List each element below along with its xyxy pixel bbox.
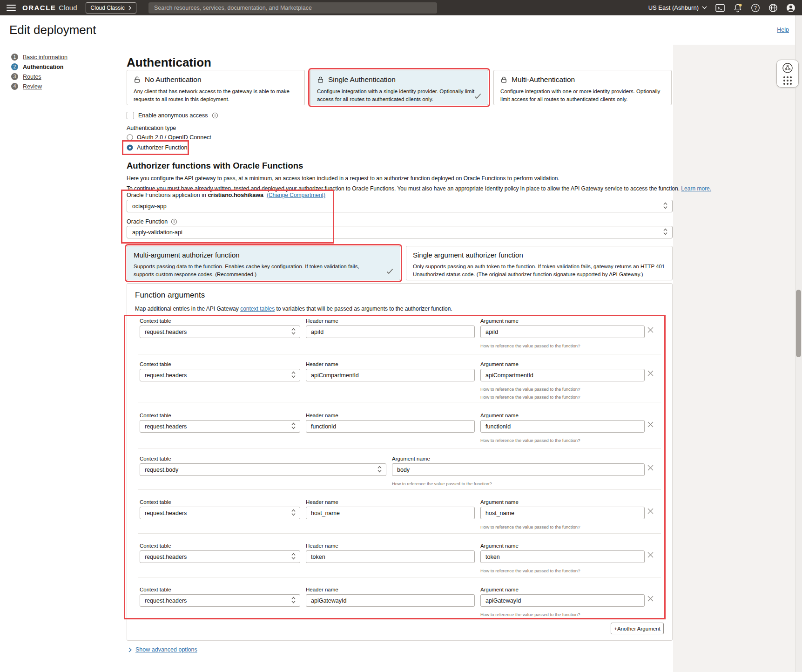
anonymous-access-checkbox[interactable] bbox=[127, 112, 134, 119]
header-name-input[interactable] bbox=[306, 550, 475, 563]
context-table-select[interactable]: request.headers bbox=[140, 369, 300, 381]
oracle-cloud-logo: ORACLE Cloud bbox=[22, 4, 77, 12]
context-table-select[interactable]: request.headers bbox=[140, 507, 300, 519]
argument-name-input[interactable] bbox=[480, 369, 645, 381]
argument-helper-text: How to reference the value passed to the… bbox=[480, 438, 580, 443]
user-avatar-icon[interactable] bbox=[786, 3, 795, 13]
context-table-select[interactable]: request.headers bbox=[140, 594, 300, 607]
card-multi-authentication[interactable]: Multi-Authentication Configure integrati… bbox=[493, 70, 672, 105]
step-circle: 4 bbox=[11, 83, 18, 90]
context-table-label: Context table bbox=[140, 499, 171, 505]
page-title: Edit deployment bbox=[9, 23, 96, 37]
stepper-link-review[interactable]: Review bbox=[23, 83, 42, 90]
stepper-link-basic-information[interactable]: Basic information bbox=[23, 54, 67, 61]
header-name-label: Header name bbox=[306, 413, 338, 418]
info-icon[interactable] bbox=[212, 112, 218, 119]
remove-argument-button[interactable] bbox=[646, 551, 654, 560]
unlock-icon bbox=[134, 76, 141, 83]
remove-argument-button[interactable] bbox=[646, 370, 654, 378]
header-name-input[interactable] bbox=[306, 326, 475, 338]
row-divider bbox=[138, 489, 661, 490]
step-circle: 2 bbox=[11, 63, 18, 70]
authorizer-paragraph-2: To continue you must have already writte… bbox=[127, 185, 711, 192]
header-name-input[interactable] bbox=[306, 420, 475, 433]
step-circle: 1 bbox=[11, 54, 18, 61]
context-table-select[interactable]: request.headers bbox=[140, 326, 300, 338]
argument-name-input[interactable] bbox=[480, 326, 645, 338]
authorizer-paragraph-1: Here you configure the API gateway to pa… bbox=[127, 175, 559, 182]
compartment-name: cristiano.hoshikawa bbox=[208, 192, 263, 198]
select-value: request.headers bbox=[145, 597, 187, 604]
card-description: Any client that has network access to th… bbox=[134, 88, 298, 103]
info-icon[interactable] bbox=[171, 218, 177, 225]
select-value: request.headers bbox=[145, 510, 187, 516]
radio-label: OAuth 2.0 / OpenID Connect bbox=[137, 134, 211, 141]
context-table-select[interactable]: request.body bbox=[140, 463, 386, 476]
language-globe-icon[interactable] bbox=[768, 3, 778, 13]
help-link[interactable]: Help bbox=[777, 27, 789, 33]
context-tables-link[interactable]: context tables bbox=[240, 305, 275, 312]
region-selector[interactable]: US East (Ashburn) bbox=[648, 4, 707, 11]
remove-argument-button[interactable] bbox=[646, 508, 654, 516]
notifications-bell-icon[interactable] bbox=[733, 3, 742, 13]
header-name-input[interactable] bbox=[306, 369, 475, 381]
authentication-cards: No Authentication Any client that has ne… bbox=[127, 70, 672, 105]
learn-more-link[interactable]: Learn more. bbox=[681, 185, 711, 192]
context-table-select[interactable]: request.headers bbox=[140, 420, 300, 433]
argument-name-input[interactable] bbox=[480, 507, 645, 519]
cloud-shell-icon[interactable] bbox=[715, 3, 725, 13]
add-another-argument-button[interactable]: +Another Argument bbox=[611, 623, 664, 634]
card-single-authentication[interactable]: Single Authentication Configure integrat… bbox=[310, 70, 488, 105]
change-compartment-link[interactable]: (Change Compartment) bbox=[267, 192, 325, 198]
global-search-input[interactable] bbox=[148, 2, 437, 14]
argument-helper-text: How to reference the value passed to the… bbox=[480, 343, 580, 348]
wizard-stepper: 1 Basic information 2 Authentication 3 R… bbox=[11, 52, 67, 91]
argument-name-input[interactable] bbox=[480, 550, 645, 563]
remove-argument-button[interactable] bbox=[646, 326, 654, 335]
stepper-link-routes[interactable]: Routes bbox=[23, 74, 41, 80]
hamburger-menu-icon[interactable] bbox=[7, 5, 16, 11]
card-title: No Authentication bbox=[145, 75, 202, 84]
card-no-authentication[interactable]: No Authentication Any client that has ne… bbox=[127, 70, 305, 105]
radio-selected-icon bbox=[127, 144, 133, 151]
header-name-input[interactable] bbox=[306, 507, 475, 519]
advanced-options-link: Show advanced options bbox=[135, 646, 197, 653]
argument-helper-text: How to reference the value passed to the… bbox=[480, 612, 580, 617]
card-multi-argument-authorizer[interactable]: Multi-argument authorizer function Suppo… bbox=[127, 246, 400, 280]
remove-argument-button[interactable] bbox=[646, 595, 654, 604]
context-table-select[interactable]: request.headers bbox=[140, 550, 300, 563]
header-name-input[interactable] bbox=[306, 594, 475, 607]
help-question-icon[interactable]: ? bbox=[751, 3, 760, 13]
function-arguments-description: Map additional entries in the API Gatewa… bbox=[135, 305, 452, 312]
topbar-right-cluster: US East (Ashburn) ? bbox=[648, 3, 795, 13]
remove-argument-button[interactable] bbox=[646, 464, 654, 473]
anonymous-access-row: Enable anonymous access bbox=[127, 112, 218, 119]
grid-menu-icon[interactable] bbox=[783, 76, 792, 85]
assistant-icon[interactable] bbox=[782, 62, 793, 74]
chevron-down-icon bbox=[702, 6, 707, 9]
label-text: Oracle Function bbox=[127, 218, 168, 225]
cloud-classic-button[interactable]: Cloud Classic bbox=[86, 2, 136, 14]
argument-helper-text: How to reference the value passed to the… bbox=[480, 387, 580, 392]
argument-name-input[interactable] bbox=[480, 594, 645, 607]
functions-application-select[interactable]: ociapigw-app bbox=[127, 200, 673, 212]
remove-argument-button[interactable] bbox=[646, 421, 654, 429]
select-value: request.body bbox=[145, 467, 178, 473]
argument-name-label: Argument name bbox=[480, 499, 519, 505]
radio-authorizer-function[interactable]: Authorizer Function bbox=[127, 144, 187, 151]
header-name-label: Header name bbox=[306, 318, 338, 324]
radio-oauth-openid[interactable]: OAuth 2.0 / OpenID Connect bbox=[127, 134, 211, 141]
context-table-label: Context table bbox=[140, 413, 171, 418]
svg-text:?: ? bbox=[754, 6, 757, 11]
card-description: Supports passing data to the function. E… bbox=[134, 263, 376, 279]
card-single-argument-authorizer[interactable]: Single argument authorizer function Only… bbox=[406, 246, 673, 280]
argument-name-label: Argument name bbox=[480, 361, 519, 367]
argument-name-input[interactable] bbox=[480, 420, 645, 433]
label-text: Oracle Functions application in bbox=[127, 192, 208, 198]
function-argument-row: Context table request.headers Header nam… bbox=[0, 499, 802, 536]
show-advanced-options[interactable]: Show advanced options bbox=[128, 646, 197, 653]
selected-check-icon bbox=[386, 268, 393, 276]
argument-name-input[interactable] bbox=[392, 463, 645, 476]
argument-helper-text: How to reference the value passed to the… bbox=[480, 568, 580, 573]
oracle-function-select[interactable]: apply-validation-api bbox=[127, 226, 673, 238]
